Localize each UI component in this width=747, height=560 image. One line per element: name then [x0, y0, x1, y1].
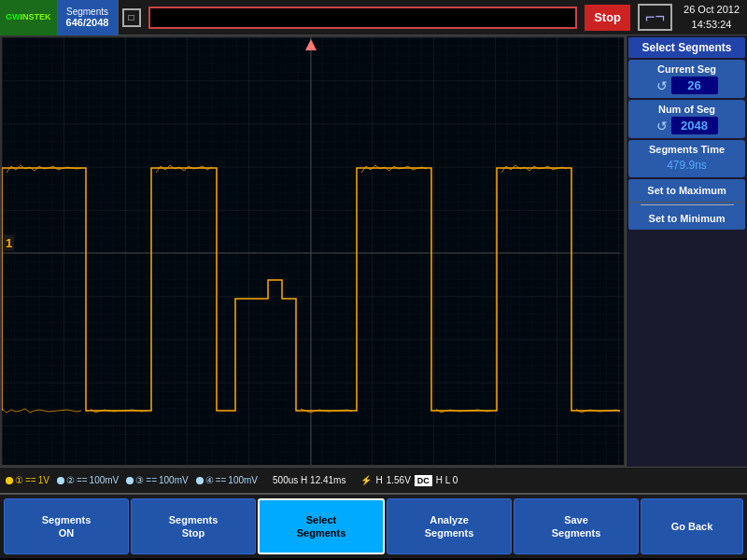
divider [641, 204, 734, 205]
segments-on-button[interactable]: Segments ON [4, 498, 129, 554]
right-panel: Select Segments Current Seg ↺ 26 Num of … [626, 35, 747, 467]
num-of-seg-block: Num of Seg ↺ 2048 [628, 100, 745, 138]
h-value: 12.41ms [310, 475, 345, 485]
ch4-dot [196, 477, 204, 484]
ch4-num: ④ [205, 475, 214, 485]
ch1-equals: == [25, 475, 36, 485]
ch2-value: 100mV [90, 475, 120, 485]
set-to-minimum-button[interactable]: Set to Minimum [628, 207, 745, 230]
segments-value: 646/2048 [66, 17, 109, 28]
top-bar: GWINSTEK Segments 646/2048 □ Stop ⌐¬ 26 … [0, 0, 747, 35]
ch3-indicator: ③ == 100mV [126, 475, 188, 485]
date: 26 Oct 2012 [684, 3, 740, 17]
trigger-icon-small: ⚡ [360, 475, 372, 485]
datetime: 26 Oct 2012 14:53:24 [676, 1, 747, 34]
select-segments-button[interactable]: Select Segments [258, 498, 385, 554]
select-segments-line1: Select [306, 513, 336, 526]
ch1-dot [6, 477, 13, 484]
ch4-equals: == [216, 475, 227, 485]
segments-stop-line2: Stop [182, 526, 204, 539]
analyze-segments-button[interactable]: Analyze Segments [387, 498, 512, 554]
ch2-indicator: ② == 100mV [57, 475, 119, 485]
ch3-num: ③ [135, 475, 144, 485]
segments-on-line2: ON [59, 526, 75, 539]
ch4-indicator: ④ == 100mV [196, 475, 258, 485]
segments-stop-line1: Segments [169, 513, 218, 526]
segments-stop-button[interactable]: Segments Stop [131, 498, 256, 554]
segments-time-block: Segments Time 479.9ns [628, 140, 745, 177]
timebase-h: H [301, 475, 307, 485]
timebase-info: 500us H 12.41ms [273, 475, 345, 485]
set-max-min-block: Set to Maximum Set to Minimum [628, 179, 745, 230]
go-back-label: Go Back [671, 520, 713, 533]
timebase-value: 500us [273, 475, 298, 485]
num-of-seg-value: 2048 [671, 117, 718, 134]
segments-label: Segments [66, 7, 108, 17]
time: 14:53:24 [684, 18, 740, 32]
trigger-h-label: H [375, 475, 382, 485]
segments-counter: Segments 646/2048 [58, 0, 119, 35]
ch1-num: ① [15, 475, 23, 485]
main-area: 1 Select Segments Current Seg ↺ 26 Num o… [0, 35, 747, 467]
ch1-indicator: ① == 1V [6, 475, 49, 485]
gwinstek-logo: GWINSTEK [0, 0, 58, 35]
select-segments-line2: Segments [297, 526, 346, 539]
trigger-icon: ⌐¬ [638, 4, 672, 31]
current-seg-block: Current Seg ↺ 26 [628, 60, 745, 98]
scope-screen: 1 [0, 35, 626, 467]
ch2-equals: == [77, 475, 88, 485]
num-of-seg-label: Num of Seg [658, 104, 715, 115]
select-segments-header: Select Segments [628, 37, 745, 58]
bottom-bar: Segments ON Segments Stop Select Segment… [0, 493, 747, 558]
ch2-num: ② [66, 475, 75, 485]
segments-on-line1: Segments [42, 513, 92, 526]
svg-rect-2 [2, 37, 624, 465]
analyze-segments-line1: Analyze [430, 513, 469, 526]
ch4-value: 100mV [228, 475, 258, 485]
save-segments-button[interactable]: Save Segments [514, 498, 639, 554]
current-seg-reset-icon[interactable]: ↺ [656, 78, 668, 93]
ch1-marker: 1 [4, 234, 14, 250]
save-segments-line2: Segments [552, 526, 601, 539]
hl-values: H L 0 [436, 475, 458, 485]
ch3-equals: == [146, 475, 157, 485]
dc-badge: DC [415, 475, 432, 486]
trigger-info: ⚡ H 1.56V DC H L 0 [360, 475, 458, 486]
trigger-h-value: 1.56V [387, 475, 411, 485]
num-of-seg-reset-icon[interactable]: ↺ [656, 119, 668, 133]
current-seg-label: Current Seg [657, 63, 716, 75]
ch3-dot [126, 477, 134, 484]
current-seg-value: 26 [671, 77, 718, 94]
waveform-svg [2, 37, 624, 465]
save-segments-line1: Save [564, 513, 588, 526]
status-bar: ① == 1V ② == 100mV ③ == 100mV ④ == 100mV… [0, 467, 747, 493]
go-back-button[interactable]: Go Back [641, 498, 743, 554]
waveform-indicator: □ [122, 8, 141, 27]
segments-time-value: 479.9ns [665, 157, 709, 174]
set-to-maximum-button[interactable]: Set to Maximum [628, 179, 745, 203]
ch3-value: 100mV [159, 475, 189, 485]
trigger-display [148, 7, 578, 29]
analyze-segments-line2: Segments [425, 526, 474, 539]
stop-button[interactable]: Stop [585, 5, 630, 31]
ch2-dot [57, 477, 64, 484]
ch1-value: 1V [38, 475, 49, 485]
segments-time-label: Segments Time [649, 144, 725, 155]
